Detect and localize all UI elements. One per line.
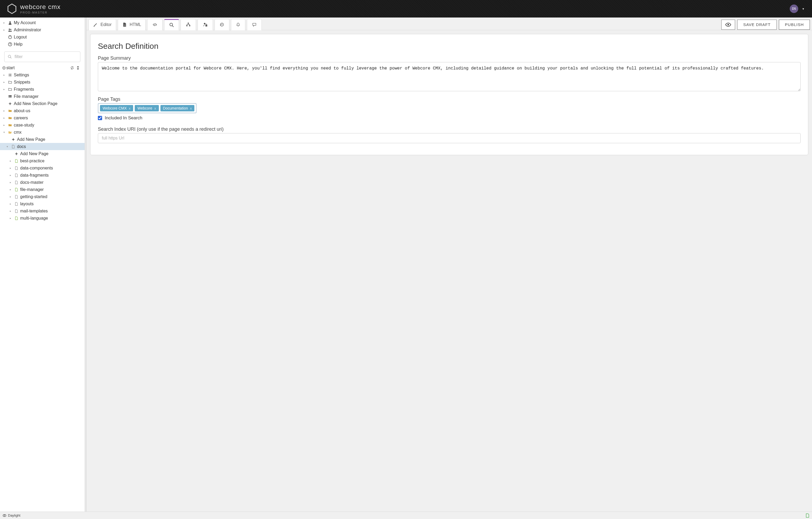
tree-item-file-manager[interactable]: File manager [0,93,85,100]
tag-webcore-cmx: Webcore CMXx [100,105,133,111]
edit-icon [93,22,98,27]
folder-o-icon [6,88,14,91]
tree-item-data-components[interactable]: ▸data-components [0,165,85,172]
tree-item-add-new-page[interactable]: Add New Page [0,150,85,157]
tree-label: docs-master [20,180,44,185]
tree-item-best-practice[interactable]: ▸best-practice [0,157,85,165]
tree-caret-icon: ▸ [8,174,13,177]
start-label: start [6,65,14,70]
file-icon [13,173,20,177]
filter-input[interactable] [14,54,77,59]
tree-item-cmx[interactable]: ▾cmx [0,128,85,136]
refresh-icon[interactable] [70,66,74,70]
tree-item-about-us[interactable]: ▸about-us [0,107,85,114]
tree-item-settings[interactable]: ▸Settings [0,71,85,79]
file-icon [13,180,20,184]
search-icon [8,55,12,59]
tag-remove-icon[interactable]: x [154,106,156,110]
included-in-search-checkbox[interactable] [98,116,102,120]
daylight-icon [3,514,6,517]
tree-item-mail-templates[interactable]: ▸mail-templates [0,207,85,214]
save-draft-button[interactable]: SAVE DRAFT [737,20,777,30]
user-lock-icon [203,22,208,27]
brand-subtitle: PROD-MASTER [20,11,60,14]
file-icon [9,145,17,149]
tree-item-snippets[interactable]: ▸Snippets [0,79,85,86]
gear-icon [6,73,14,77]
plus-icon [13,152,20,156]
svg-point-35 [727,24,729,25]
tag-label: Webcore [137,106,152,110]
tree-item-case-study[interactable]: ▸case-study [0,121,85,128]
tab-html[interactable]: </>HTML [118,19,146,30]
tree-item-file-manager[interactable]: ▸file-manager [0,186,85,193]
tag-remove-icon[interactable]: x [129,106,131,110]
tab-code[interactable] [147,19,163,30]
file-g-icon [13,188,20,192]
sort-icon[interactable] [77,66,79,70]
tree-item-layouts[interactable]: ▸layouts [0,200,85,207]
svg-marker-13 [77,66,79,67]
tree-label: File manager [14,94,38,99]
tree-label: case-study [14,123,34,127]
page-summary-label: Page Summary [98,55,801,61]
tree-item-docs[interactable]: ▾docs [0,143,85,150]
svg-point-3 [10,29,11,30]
search-index-uri-label: Search Index URI (only use if the page n… [98,126,801,132]
tree-label: about-us [14,109,30,113]
svg-line-9 [10,57,11,58]
tab-label: Editor [100,22,112,27]
top-menu-my-account[interactable]: ▸My Account [0,19,85,26]
file-g-icon [13,159,20,163]
preview-button[interactable] [721,20,735,30]
tab-sitemap[interactable] [181,19,196,30]
page-tags-box[interactable]: Webcore CMXxWebcorexDocumentationx [98,103,197,113]
tree-label: data-components [20,166,53,171]
top-menu-admininstrator[interactable]: ▸Admininstrator [0,26,85,33]
page-summary-textarea[interactable] [98,62,801,91]
tab-comment[interactable] [247,19,262,30]
tree-item-data-fragments[interactable]: ▸data-fragments [0,172,85,179]
history-icon [220,22,224,27]
tree-item-getting-started[interactable]: ▸getting-started [0,193,85,200]
tab-user-lock[interactable] [198,19,213,30]
user-menu[interactable]: D5 ▼ [790,4,805,13]
menu-label: Logout [14,35,27,39]
tab-bell[interactable] [231,19,245,30]
tag-label: Documentation [163,106,188,110]
theme-toggle[interactable]: Daylight [3,513,21,517]
brand-logo[interactable]: webcore cmx PROD-MASTER [7,3,60,14]
tab-search[interactable] [164,19,179,30]
publish-button[interactable]: PUBLISH [779,20,810,30]
top-menu-logout[interactable]: Logout [0,33,85,40]
tree-caret-icon: ▸ [8,181,13,184]
globe-icon [2,66,6,70]
svg-point-2 [9,29,10,30]
tree-label: Settings [14,73,29,78]
svg-point-19 [9,96,9,97]
tab-editor[interactable]: Editor [89,19,116,30]
tree-caret-icon: ▸ [8,167,13,170]
tree-label: Add New Page [17,137,45,142]
avatar-initials: D5 [792,7,796,10]
tree-item-docs-master[interactable]: ▸docs-master [0,179,85,186]
folder-icon [6,109,14,113]
tree-start-row[interactable]: start [0,64,85,71]
svg-point-1 [9,21,10,23]
tree-item-fragments[interactable]: ▸Fragments [0,86,85,93]
document-status-icon[interactable] [806,513,809,518]
tab-history[interactable] [214,19,229,30]
content-area: Editor</>HTML SAVE DRAFT PUBLISH Search … [86,18,812,512]
search-definition-panel: Search Definition Page Summary Page Tags… [90,34,808,155]
tree-item-multi-language[interactable]: ▸multi-language [0,214,85,222]
tree-item-careers[interactable]: ▸careers [0,114,85,121]
tag-label: Webcore CMX [103,106,127,110]
top-menu-help[interactable]: Help [0,40,85,48]
tag-remove-icon[interactable]: x [190,106,192,110]
svg-text:</>: </> [124,24,127,26]
tree-item-add-new-section-page[interactable]: Add New Section Page [0,100,85,107]
search-index-uri-input[interactable] [98,133,801,143]
included-in-search-label: Included In Search [105,115,142,121]
folder-open-icon [6,131,14,134]
tree-item-add-new-page[interactable]: Add New Page [0,136,85,143]
